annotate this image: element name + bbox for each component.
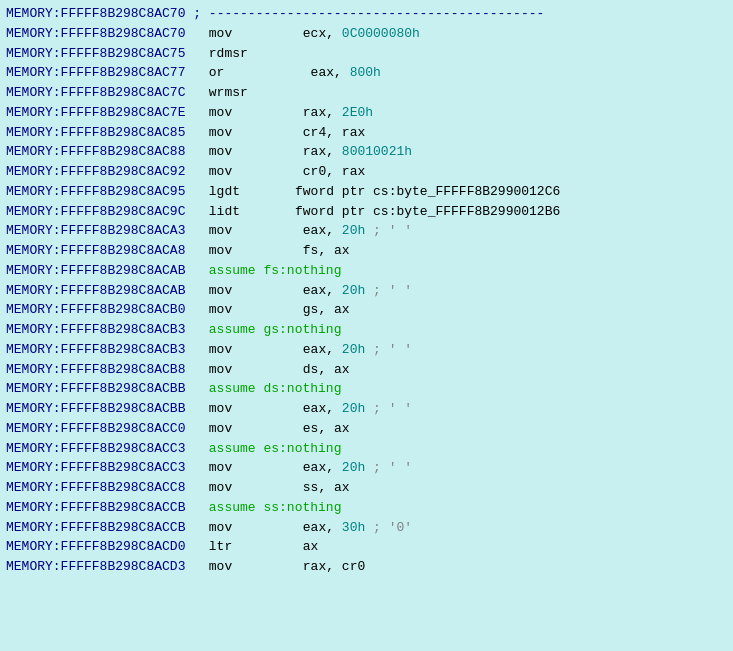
address: MEMORY:FFFFF8B298C8ACA3 xyxy=(6,221,201,241)
address: MEMORY:FFFFF8B298C8ACC0 xyxy=(6,419,201,439)
code-line: MEMORY:FFFFF8B298C8ACA8 mov fs, ax xyxy=(6,241,727,261)
operand: es, ax xyxy=(264,419,350,439)
mnemonic: mov xyxy=(209,478,264,498)
operand: fword ptr cs:byte_FFFFF8B2990012C6 xyxy=(264,182,560,202)
code-line: MEMORY:FFFFF8B298C8ACBB mov eax, 20h ; '… xyxy=(6,399,727,419)
mnemonic: mov xyxy=(209,24,264,44)
code-line: MEMORY:FFFFF8B298C8ACB0 mov gs, ax xyxy=(6,300,727,320)
hex-value: 800h xyxy=(350,63,381,83)
code-line: MEMORY:FFFFF8B298C8ACBB assume ds:nothin… xyxy=(6,379,727,399)
mnemonic: mov xyxy=(209,281,264,301)
operand: gs, ax xyxy=(264,300,350,320)
mnemonic: mov xyxy=(209,419,264,439)
address: MEMORY:FFFFF8B298C8AC75 xyxy=(6,44,201,64)
address: MEMORY:FFFFF8B298C8ACD0 xyxy=(6,537,201,557)
code-line: MEMORY:FFFFF8B298C8ACCB assume ss:nothin… xyxy=(6,498,727,518)
code-line: MEMORY:FFFFF8B298C8AC92 mov cr0, rax xyxy=(6,162,727,182)
address: MEMORY:FFFFF8B298C8ACBB xyxy=(6,399,201,419)
code-line: MEMORY:FFFFF8B298C8AC75 rdmsr xyxy=(6,44,727,64)
disassembly-view: MEMORY:FFFFF8B298C8AC70 ; --------------… xyxy=(0,0,733,581)
comment: ; ' ' xyxy=(365,340,412,360)
assume-keyword: assume ds:nothing xyxy=(209,379,342,399)
code-line: MEMORY:FFFFF8B298C8ACAB mov eax, 20h ; '… xyxy=(6,281,727,301)
mnemonic: mov xyxy=(209,399,264,419)
comment: ; '0' xyxy=(365,518,412,538)
hex-value: 30h xyxy=(342,518,365,538)
hex-value: 80010021h xyxy=(342,142,412,162)
mnemonic: mov xyxy=(209,300,264,320)
code-line: MEMORY:FFFFF8B298C8AC70 ; --------------… xyxy=(6,4,727,24)
comment: ; ' ' xyxy=(365,458,412,478)
operand: eax, xyxy=(264,221,342,241)
comment: ; ' ' xyxy=(365,221,412,241)
address: MEMORY:FFFFF8B298C8ACB8 xyxy=(6,360,201,380)
operand: ds, ax xyxy=(264,360,350,380)
address: MEMORY:FFFFF8B298C8ACCB xyxy=(6,518,201,538)
address: MEMORY:FFFFF8B298C8AC70 xyxy=(6,24,201,44)
operand: ecx, xyxy=(264,24,342,44)
address: MEMORY:FFFFF8B298C8AC88 xyxy=(6,142,201,162)
operand: rax, xyxy=(264,103,342,123)
address: MEMORY:FFFFF8B298C8AC85 xyxy=(6,123,201,143)
hex-value: 0C0000080h xyxy=(342,24,420,44)
assume-keyword: assume ss:nothing xyxy=(209,498,342,518)
address: MEMORY:FFFFF8B298C8ACB0 xyxy=(6,300,201,320)
comment: ; ' ' xyxy=(365,281,412,301)
mnemonic: mov xyxy=(209,360,264,380)
operand: cr0, rax xyxy=(264,162,365,182)
code-line: MEMORY:FFFFF8B298C8ACB8 mov ds, ax xyxy=(6,360,727,380)
code-line: MEMORY:FFFFF8B298C8ACD3 mov rax, cr0 xyxy=(6,557,727,577)
operand: eax, xyxy=(264,458,342,478)
mnemonic: mov xyxy=(209,221,264,241)
mnemonic: mov xyxy=(209,557,264,577)
code-line: MEMORY:FFFFF8B298C8AC85 mov cr4, rax xyxy=(6,123,727,143)
code-line: MEMORY:FFFFF8B298C8AC88 mov rax, 8001002… xyxy=(6,142,727,162)
address: MEMORY:FFFFF8B298C8ACAB xyxy=(6,281,201,301)
operand: cr4, rax xyxy=(264,123,365,143)
mnemonic: lgdt xyxy=(209,182,264,202)
address: MEMORY:FFFFF8B298C8AC7C xyxy=(6,83,201,103)
address: MEMORY:FFFFF8B298C8AC7E xyxy=(6,103,201,123)
hex-value: 20h xyxy=(342,221,365,241)
code-line: MEMORY:FFFFF8B298C8ACC8 mov ss, ax xyxy=(6,478,727,498)
code-line: MEMORY:FFFFF8B298C8AC77 or eax, 800h xyxy=(6,63,727,83)
mnemonic: rdmsr xyxy=(209,44,264,64)
code-line: MEMORY:FFFFF8B298C8ACC3 mov eax, 20h ; '… xyxy=(6,458,727,478)
code-line: MEMORY:FFFFF8B298C8AC7E mov rax, 2E0h xyxy=(6,103,727,123)
mnemonic: or xyxy=(209,63,264,83)
address: MEMORY:FFFFF8B298C8ACB3 xyxy=(6,320,201,340)
code-line: MEMORY:FFFFF8B298C8ACB3 assume gs:nothin… xyxy=(6,320,727,340)
hex-value: 20h xyxy=(342,458,365,478)
operand: ax xyxy=(264,537,319,557)
mnemonic: mov xyxy=(209,518,264,538)
code-line: MEMORY:FFFFF8B298C8AC9C lidt fword ptr c… xyxy=(6,202,727,222)
address: MEMORY:FFFFF8B298C8ACC3 xyxy=(6,458,201,478)
code-line: MEMORY:FFFFF8B298C8ACAB assume fs:nothin… xyxy=(6,261,727,281)
operand: eax, xyxy=(264,281,342,301)
address: MEMORY:FFFFF8B298C8ACB3 xyxy=(6,340,201,360)
operand: eax, xyxy=(264,340,342,360)
comment: ; ' ' xyxy=(365,399,412,419)
mnemonic: wrmsr xyxy=(209,83,264,103)
code-line: MEMORY:FFFFF8B298C8ACB3 mov eax, 20h ; '… xyxy=(6,340,727,360)
mnemonic: mov xyxy=(209,241,264,261)
hex-value: 2E0h xyxy=(342,103,373,123)
mnemonic: mov xyxy=(209,340,264,360)
mnemonic: lidt xyxy=(209,202,264,222)
operand: eax, xyxy=(264,399,342,419)
mnemonic: mov xyxy=(209,142,264,162)
operand: fword ptr cs:byte_FFFFF8B2990012B6 xyxy=(264,202,560,222)
operand: eax, xyxy=(264,518,342,538)
mnemonic: mov xyxy=(209,103,264,123)
address: MEMORY:FFFFF8B298C8ACBB xyxy=(6,379,201,399)
address: MEMORY:FFFFF8B298C8ACAB xyxy=(6,261,201,281)
address: MEMORY:FFFFF8B298C8ACCB xyxy=(6,498,201,518)
code-line: MEMORY:FFFFF8B298C8AC70 mov ecx, 0C00000… xyxy=(6,24,727,44)
operand: eax, xyxy=(264,63,350,83)
assume-keyword: assume gs:nothing xyxy=(209,320,342,340)
separator-line: MEMORY:FFFFF8B298C8AC70 ; --------------… xyxy=(6,4,544,24)
code-line: MEMORY:FFFFF8B298C8ACD0 ltr ax xyxy=(6,537,727,557)
address: MEMORY:FFFFF8B298C8ACC8 xyxy=(6,478,201,498)
code-line: MEMORY:FFFFF8B298C8ACA3 mov eax, 20h ; '… xyxy=(6,221,727,241)
address: MEMORY:FFFFF8B298C8AC95 xyxy=(6,182,201,202)
